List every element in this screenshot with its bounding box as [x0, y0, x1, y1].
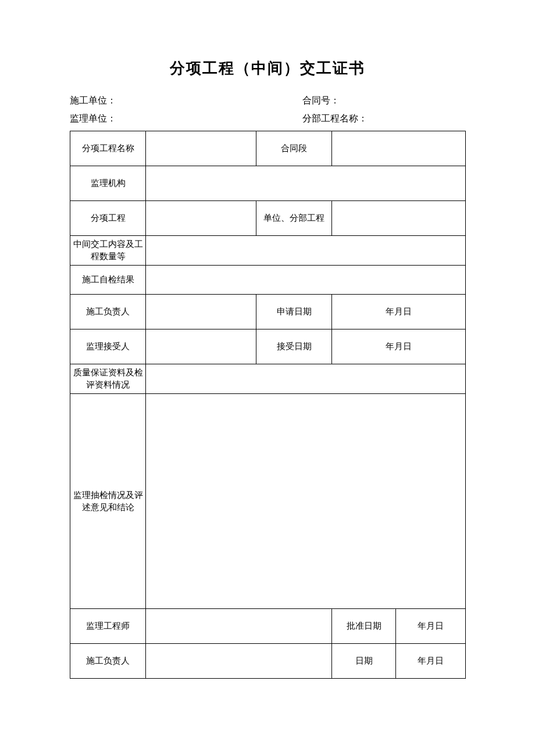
label-supervision-org: 监理机构 [70, 166, 146, 201]
document-title: 分项工程（中间）交工证书 [70, 58, 465, 78]
label-sub-project: 分项工程 [70, 201, 146, 236]
label-approval-date: 批准日期 [332, 609, 396, 644]
value-supervision-org [146, 166, 466, 201]
label-quality-materials: 质量保证资料及检评资料情况 [70, 364, 146, 394]
value-approval-date: 年月日 [396, 609, 466, 644]
label-construction-lead-2: 施工负责人 [70, 644, 146, 679]
subproject-name-label: 分部工程名称： [302, 113, 465, 125]
supervision-unit-label: 监理单位： [70, 113, 302, 125]
header-row-1: 施工单位： 合同号： [70, 95, 465, 107]
value-intermediate-content [146, 236, 466, 266]
value-supervision-receiver [146, 329, 256, 364]
header-row-2: 监理单位： 分部工程名称： [70, 113, 465, 125]
value-self-inspection [146, 266, 466, 295]
value-contract-section [332, 131, 466, 166]
value-supervision-inspection [146, 394, 466, 609]
label-date: 日期 [332, 644, 396, 679]
value-supervision-engineer [146, 609, 332, 644]
header-section: 施工单位： 合同号： 监理单位： 分部工程名称： [70, 95, 465, 125]
value-accept-date: 年月日 [332, 329, 466, 364]
value-unit-division [332, 201, 466, 236]
value-sub-project-name [146, 131, 256, 166]
contract-no-label: 合同号： [302, 95, 465, 107]
construction-unit-label: 施工单位： [70, 95, 302, 107]
value-application-date: 年月日 [332, 295, 466, 329]
label-accept-date: 接受日期 [256, 329, 332, 364]
label-supervision-receiver: 监理接受人 [70, 329, 146, 364]
form-table: 分项工程名称 合同段 监理机构 分项工程 单位、分部工程 中间交工内容及工程数量… [70, 131, 466, 679]
label-sub-project-name: 分项工程名称 [70, 131, 146, 166]
label-self-inspection: 施工自检结果 [70, 266, 146, 295]
label-supervision-engineer: 监理工程师 [70, 609, 146, 644]
value-date: 年月日 [396, 644, 466, 679]
value-construction-lead-2 [146, 644, 332, 679]
value-quality-materials [146, 364, 466, 394]
label-unit-division: 单位、分部工程 [256, 201, 332, 236]
label-application-date: 申请日期 [256, 295, 332, 329]
label-supervision-inspection: 监理抽检情况及评述意见和结论 [70, 394, 146, 609]
label-intermediate-content: 中间交工内容及工程数量等 [70, 236, 146, 266]
label-contract-section: 合同段 [256, 131, 332, 166]
value-construction-lead [146, 295, 256, 329]
label-construction-lead: 施工负责人 [70, 295, 146, 329]
value-sub-project [146, 201, 256, 236]
